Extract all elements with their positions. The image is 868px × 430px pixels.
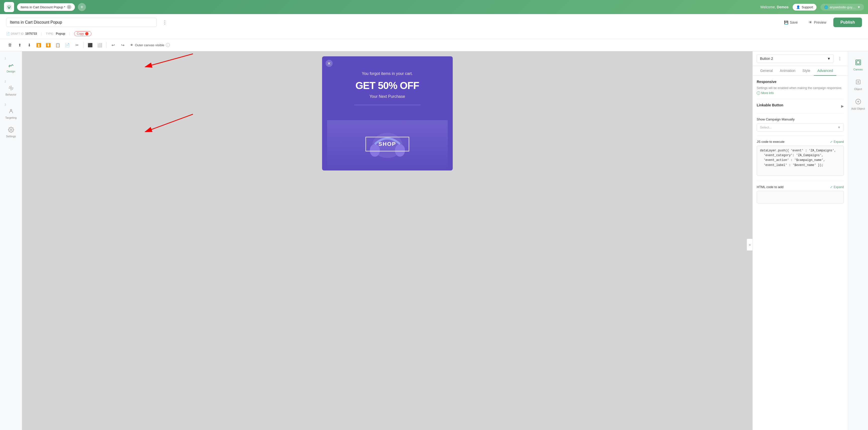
tab-animation[interactable]: Animation [776,66,799,76]
shop-button[interactable]: SHOP [365,137,409,151]
add-tab-btn[interactable]: + [78,3,86,11]
tool-separator-2 [106,42,106,48]
responsive-description: Settings will be enabled when making the… [757,86,844,90]
popup-close-btn[interactable]: ✕ [326,60,333,67]
far-right-panel: Canvas Object Add Object [848,51,868,430]
sidebar-item-targeting[interactable]: 3 Targeting [1,100,20,122]
sidebar-item-behavior[interactable]: 2 Behavior [1,77,20,99]
undo-tool[interactable]: ↩ [109,41,117,49]
step-number-2: 2 [4,80,6,83]
expand-js-link[interactable]: ⤢ Expand [830,140,844,144]
linkable-button-row: Linkable Button ▶ [757,103,844,109]
bring-forward-tool[interactable]: ⬆ [16,41,24,49]
cut-tool[interactable]: ✂ [73,41,81,49]
popup-preview: ✕ You forgot items in your cart. GET 50%… [322,56,453,171]
svg-point-3 [10,87,12,89]
canvas-area[interactable]: ✕ You forgot items in your cart. GET 50%… [22,51,752,430]
more-info-link[interactable]: i More info [757,91,844,95]
tab-style[interactable]: Style [799,66,814,76]
copy-badge[interactable]: Copy 🔴 [74,31,91,36]
panel-header: Button 2 ▼ ⋮ [753,51,848,66]
active-tab[interactable]: Items in Cart Discount Popup * × [17,3,75,11]
panel-tabs: General Animation Style Advanced [753,66,848,76]
object-label: Object [854,87,862,90]
targeting-icon [7,108,14,115]
bring-front-tool[interactable]: ⏫ [35,41,43,49]
outer-canvas-label: 👁 Outer canvas visible i [130,43,170,47]
sidebar-item-design[interactable]: 1 Design [1,54,20,76]
popup-divider [354,105,421,105]
copy-tool[interactable]: 📋 [54,41,62,49]
campaign-title-input[interactable] [6,18,157,27]
far-right-canvas[interactable]: Canvas [848,55,868,74]
add-object-icon [854,97,862,106]
globe-icon: 🌐 [824,5,828,9]
responsive-section-title: Responsive [757,80,844,84]
save-button[interactable]: 💾 Save [780,18,802,26]
collapse-panel-btn[interactable]: » [747,239,752,251]
settings-label: Settings [6,135,16,138]
js-code-row: JS code to execute ⤢ Expand [757,140,844,144]
delete-tool[interactable]: 🗑 [6,41,14,49]
top-bar-right: Welcome, Demos 👤 Support 🌐 anywebsite-gu… [760,4,864,10]
separator2: | [69,32,70,35]
save-icon: 💾 [784,20,788,24]
popup-title: GET 50% OFF [332,80,443,91]
draft-icon: 📄 [6,32,10,35]
chevron-down-icon: ▼ [837,125,841,129]
linkable-button-label: Linkable Button [757,103,783,107]
left-sidebar: 1 Design 2 Behavior 3 [0,51,22,430]
html-code-textarea[interactable] [757,191,844,203]
header-top: ⋮ 💾 Save 👁 Preview Publish [6,14,862,30]
redo-tool[interactable]: ↪ [119,41,127,49]
popup-description: Your Next Purchase [332,94,443,99]
js-code-textarea[interactable]: dataLayer.push({ 'event' : 'ZA_Campaigns… [757,146,844,176]
add-object-label: Add Object [851,107,865,110]
popup-content: You forgot items in your cart. GET 50% O… [322,56,453,118]
align-tool[interactable]: ⬛ [86,41,94,49]
publish-button[interactable]: Publish [833,18,862,27]
close-tab-btn[interactable]: × [67,5,71,9]
panel-content: Responsive Settings will be enabled when… [753,76,848,430]
header-bar: ⋮ 💾 Save 👁 Preview Publish 📄 DRAFT ID: 1… [0,14,868,39]
paste-tool[interactable]: 📄 [63,41,71,49]
preview-button[interactable]: 👁 Preview [805,18,830,26]
canvas-icon [854,58,862,66]
html-code-row: HTML code to add ⤢ Expand [757,185,844,189]
behavior-label: Behavior [5,93,16,96]
behavior-icon [7,85,14,91]
far-right-add-object[interactable]: Add Object [848,94,868,113]
canvas-label: Canvas [854,68,863,71]
settings-icon [7,126,14,133]
tab-advanced[interactable]: Advanced [814,66,836,76]
tab-general[interactable]: General [757,66,776,76]
expand-icon-2: ⤢ [830,185,833,189]
chevron-right-icon: ▶ [841,104,844,108]
expand-html-link[interactable]: ⤢ Expand [830,185,844,189]
welcome-text: Welcome, Demos [760,5,788,9]
sidebar-item-settings[interactable]: Settings [1,123,20,141]
far-right-object[interactable]: Object [848,75,868,93]
website-dropdown[interactable]: 🌐 anywebsite-guy.... ▼ [820,4,864,10]
main-layout: 1 Design 2 Behavior 3 [0,51,868,430]
send-backward-tool[interactable]: ⬇ [25,41,33,49]
object-icon [854,78,862,86]
expand-icon: ⤢ [830,140,833,144]
person-icon: 👤 [796,5,800,9]
design-label: Design [6,70,15,73]
popup-subtitle: You forgot items in your cart. [332,71,443,76]
html-code-label: HTML code to add [757,185,783,189]
divider-1 [757,99,844,99]
element-selector[interactable]: Button 2 ▼ [757,54,834,63]
type-item: TYPE: Popup [46,32,65,35]
more-options-btn[interactable]: ⋮ [161,18,169,26]
campaign-select[interactable]: Select... ▼ [757,123,844,132]
distribute-tool[interactable]: ⬜ [96,41,104,49]
svg-point-1 [8,6,10,7]
send-back-tool[interactable]: ⏬ [44,41,52,49]
toolbar: 🗑 ⬆ ⬇ ⏫ ⏬ 📋 📄 ✂ ⬛ ⬜ ↩ ↪ 👁 Outer canvas v… [0,39,868,51]
show-campaign-label: Show Campaign Manually [757,117,844,121]
copy-icon: 🔴 [85,32,89,35]
panel-more-btn[interactable]: ⋮ [836,55,844,63]
support-button[interactable]: 👤 Support [793,4,817,10]
